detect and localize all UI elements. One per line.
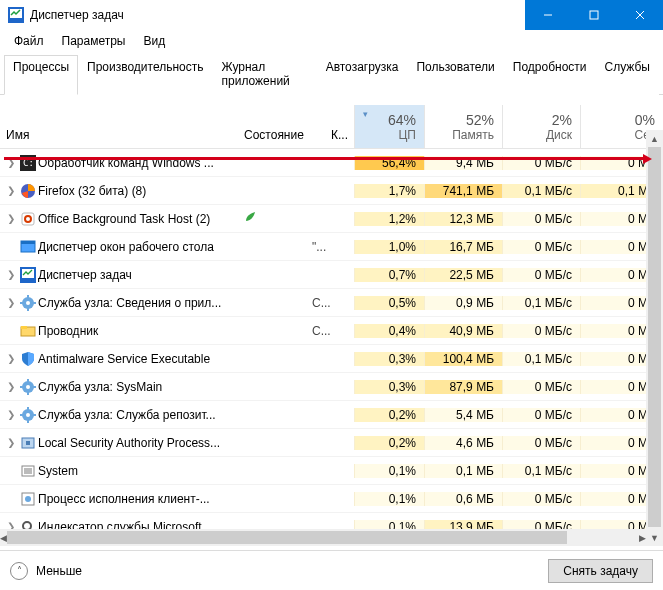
disk-cell: 0 МБ/с [502, 380, 580, 394]
disk-cell: 0 МБ/с [502, 492, 580, 506]
table-row[interactable]: ❯Antimalware Service Executable0,3%100,4… [0, 345, 663, 373]
process-icon [18, 239, 38, 255]
expand-icon[interactable]: ❯ [0, 157, 18, 168]
menu-view[interactable]: Вид [135, 32, 173, 48]
disk-cell: 0 МБ/с [502, 268, 580, 282]
tab-apphistory[interactable]: Журнал приложений [213, 55, 317, 95]
scroll-up-icon[interactable]: ▲ [646, 130, 663, 147]
table-row[interactable]: ❯Local Security Authority Process...0,2%… [0, 429, 663, 457]
header-status[interactable]: Состояние [238, 105, 306, 148]
process-icon [18, 211, 38, 227]
table-row[interactable]: ❯Firefox (32 бита) (8)1,7%741,1 МБ0,1 МБ… [0, 177, 663, 205]
disk-cell: 0 МБ/с [502, 212, 580, 226]
table-row[interactable]: System0,1%0,1 МБ0,1 МБ/с0 Мб [0, 457, 663, 485]
k-cell: С... [306, 296, 354, 310]
mem-cell: 87,9 МБ [424, 380, 502, 394]
cpu-label: ЦП [398, 128, 416, 142]
footer: ˄ Меньше Снять задачу [0, 550, 663, 590]
tab-startup[interactable]: Автозагрузка [317, 55, 408, 95]
table-row[interactable]: ❯Диспетчер задач0,7%22,5 МБ0 МБ/с0 Мб [0, 261, 663, 289]
svg-rect-22 [21, 326, 27, 329]
expand-icon[interactable]: ❯ [0, 297, 18, 308]
process-name: Диспетчер задач [38, 268, 238, 282]
scroll-thumb[interactable] [648, 147, 661, 527]
menu-file[interactable]: Файл [6, 32, 52, 48]
cpu-cell: 1,2% [354, 212, 424, 226]
header-disk[interactable]: 2% Диск [502, 105, 580, 148]
process-name: Обработчик команд Windows ... [38, 156, 238, 170]
expand-icon[interactable]: ❯ [0, 437, 18, 448]
header-k[interactable]: К... [306, 105, 354, 148]
cpu-cell: 0,5% [354, 296, 424, 310]
window-title: Диспетчер задач [30, 8, 525, 22]
tab-processes[interactable]: Процессы [4, 55, 78, 95]
header-memory[interactable]: 52% Память [424, 105, 502, 148]
process-name: Antimalware Service Executable [38, 352, 238, 366]
disk-cell: 0 МБ/с [502, 240, 580, 254]
expand-icon[interactable]: ❯ [0, 185, 18, 196]
tab-services[interactable]: Службы [596, 55, 659, 95]
mem-cell: 4,6 МБ [424, 436, 502, 450]
table-row[interactable]: Процесс исполнения клиент-...0,1%0,6 МБ0… [0, 485, 663, 513]
tab-bar: Процессы Производительность Журнал прило… [0, 50, 663, 95]
close-button[interactable] [617, 0, 663, 30]
tab-details[interactable]: Подробности [504, 55, 596, 95]
scroll-left-icon[interactable]: ◀ [0, 529, 7, 546]
maximize-button[interactable] [571, 0, 617, 30]
horizontal-scrollbar[interactable]: ◀ ▶ [0, 529, 646, 546]
process-name: Проводник [38, 324, 238, 338]
mem-cell: 16,7 МБ [424, 240, 502, 254]
process-icon [18, 407, 38, 423]
table-row[interactable]: ❯Служба узла: Сведения о прил...С...0,5%… [0, 289, 663, 317]
process-name: Диспетчер окон рабочего стола [38, 240, 238, 254]
table-row[interactable]: Диспетчер окон рабочего стола"...1,0%16,… [0, 233, 663, 261]
tab-performance[interactable]: Производительность [78, 55, 212, 95]
expand-icon[interactable]: ❯ [0, 269, 18, 280]
mem-cell: 100,4 МБ [424, 352, 502, 366]
cpu-cell: 0,4% [354, 324, 424, 338]
titlebar[interactable]: Диспетчер задач [0, 0, 663, 30]
table-row[interactable]: ❯Office Background Task Host (2)1,2%12,3… [0, 205, 663, 233]
expand-icon[interactable]: ❯ [0, 381, 18, 392]
cpu-cell: 0,1% [354, 492, 424, 506]
cpu-cell: 0,3% [354, 380, 424, 394]
minimize-button[interactable] [525, 0, 571, 30]
table-row[interactable]: ❯Служба узла: SysMain0,3%87,9 МБ0 МБ/с0 … [0, 373, 663, 401]
mem-cell: 0,1 МБ [424, 464, 502, 478]
sort-indicator-icon: ▾ [363, 109, 368, 119]
process-icon: C: [18, 155, 38, 171]
mem-cell: 741,1 МБ [424, 184, 502, 198]
mem-cell: 0,6 МБ [424, 492, 502, 506]
table-row[interactable]: ❯C:Обработчик команд Windows ...56,4%9,4… [0, 149, 663, 177]
svg-rect-38 [24, 468, 32, 474]
header-name[interactable]: Имя [0, 105, 238, 148]
k-cell: "... [306, 240, 354, 254]
scroll-down-icon[interactable]: ▼ [646, 529, 663, 546]
app-icon [8, 7, 24, 23]
process-icon [18, 351, 38, 367]
cpu-cell: 0,3% [354, 352, 424, 366]
fewer-label: Меньше [36, 564, 82, 578]
expand-icon[interactable]: ❯ [0, 213, 18, 224]
vertical-scrollbar[interactable]: ▲ ▼ [646, 130, 663, 546]
cpu-cell: 1,7% [354, 184, 424, 198]
disk-label: Диск [546, 128, 572, 142]
scroll-thumb-h[interactable] [7, 531, 567, 544]
process-name: Служба узла: Сведения о прил... [38, 296, 238, 310]
table-row[interactable]: ПроводникС...0,4%40,9 МБ0 МБ/с0 Мб [0, 317, 663, 345]
header-cpu[interactable]: ▾ 64% ЦП [354, 105, 424, 148]
fewer-details-button[interactable]: ˄ Меньше [10, 562, 82, 580]
process-icon [18, 463, 38, 479]
expand-icon[interactable]: ❯ [0, 353, 18, 364]
process-name: System [38, 464, 238, 478]
process-name: Firefox (32 бита) (8) [38, 184, 238, 198]
net-percent: 0% [635, 112, 655, 128]
cpu-cell: 0,2% [354, 408, 424, 422]
end-task-button[interactable]: Снять задачу [548, 559, 653, 583]
table-row[interactable]: ❯Служба узла: Служба репозит...0,2%5,4 М… [0, 401, 663, 429]
menu-options[interactable]: Параметры [54, 32, 134, 48]
scroll-right-icon[interactable]: ▶ [639, 529, 646, 546]
disk-cell: 0,1 МБ/с [502, 296, 580, 310]
tab-users[interactable]: Пользователи [407, 55, 503, 95]
expand-icon[interactable]: ❯ [0, 409, 18, 420]
